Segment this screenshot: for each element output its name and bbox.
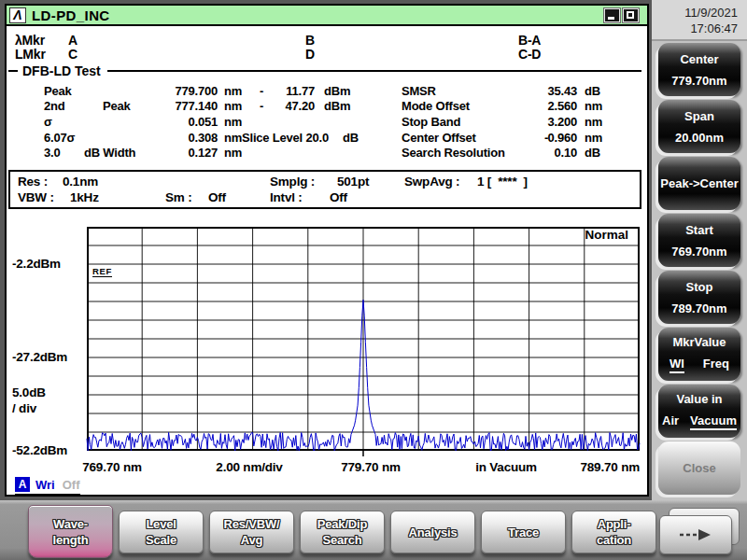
sweep-average-value: 1 [ **** ]	[477, 175, 528, 189]
datetime-display: 11/9/2021 17:06:47	[652, 0, 747, 41]
second-peak-wavelength-unit: nm	[224, 99, 242, 113]
sigma-label: σ	[44, 115, 52, 129]
level-scale-function-key[interactable]: Level Scale	[119, 511, 204, 553]
x-axis-center-label: 779.70 nm	[331, 460, 410, 474]
stop-button-label: Stop	[686, 280, 713, 294]
maximize-button[interactable]	[623, 8, 639, 22]
wavelength-function-key[interactable]: Wave- length	[28, 505, 113, 558]
trace-function-key[interactable]: Trace	[481, 511, 566, 553]
wavelength-marker-label: λMkr	[15, 33, 45, 48]
spectrum-trace-canvas	[87, 227, 640, 458]
peak-to-center-button[interactable]: Peak->Center	[658, 157, 740, 210]
stop-band-label: Stop Band	[402, 115, 460, 129]
analysis-section-separator: DFB-LD Test	[8, 63, 641, 78]
start-button-value: 769.70nm	[671, 245, 726, 259]
analysis-key-label: Analysis	[409, 525, 458, 539]
application-key-line1: Appli-	[598, 517, 631, 531]
marker-value-toggle-button[interactable]: MkrValue Wl Freq	[658, 328, 740, 381]
trace-mode-label: Normal	[567, 228, 628, 242]
sweep-average-label: SwpAvg :	[404, 175, 459, 189]
peak-level-value: 11.77	[272, 84, 315, 98]
value-in-button-label: Value in	[676, 392, 722, 406]
center-offset-value: 0.960	[515, 131, 577, 145]
more-menus-key-group	[659, 508, 740, 554]
second-peak-wavelength-value: 777.140	[115, 99, 218, 113]
close-button[interactable]: Close	[658, 441, 740, 495]
y-axis-bottom-label: -52.2dBm	[12, 443, 67, 457]
level-scale-key-line1: Level	[146, 517, 176, 531]
smsr-unit: dB	[585, 84, 600, 98]
start-button-label: Start	[685, 223, 713, 237]
level-marker-label: LMkr	[15, 47, 46, 62]
trace-off-state-label: Off	[63, 478, 80, 492]
function-key-bar: Wave- length Level Scale Res/VBW/ Avg Pe…	[0, 500, 747, 560]
sampling-value: 501pt	[337, 175, 369, 189]
vbw-label: VBW :	[18, 190, 54, 204]
marker-c-minus-d-label: C-D	[518, 47, 541, 62]
value-in-medium-toggle-button[interactable]: Value in Air Vacuum	[658, 385, 740, 438]
time-label: 17:06:47	[652, 21, 738, 36]
smsr-value: 35.43	[515, 84, 577, 98]
next-menu-page-button[interactable]	[659, 515, 732, 554]
interval-value: Off	[330, 190, 347, 204]
six-sigma-value: 0.308	[115, 131, 218, 145]
trace-a-badge: A	[15, 477, 30, 492]
application-key-line2: cation	[597, 533, 631, 547]
softkey-side-panel: 11/9/2021 17:06:47 Center 779.70nm Span …	[652, 0, 747, 500]
smoothing-label: Sm :	[165, 190, 191, 204]
trace-key-label: Trace	[508, 525, 539, 539]
second-peak-level-sign: -	[260, 99, 263, 113]
six-sigma-unit: nm	[224, 131, 242, 145]
res-vbw-key-line1: Res/VBW/	[224, 517, 280, 531]
peak-to-center-label: Peak->Center	[660, 176, 738, 190]
span-button-value: 20.00nm	[675, 131, 724, 145]
value-in-vacuum-option: Vacuum	[690, 413, 737, 430]
spectrum-plot	[87, 227, 640, 458]
db-width-unit: nm	[224, 146, 242, 160]
window-title: LD-PD_INC	[32, 7, 110, 23]
wavelength-key-line2: length	[53, 533, 89, 547]
minimize-button[interactable]	[604, 8, 620, 22]
peak-dip-search-function-key[interactable]: Peak/Dip Search	[300, 511, 385, 553]
search-resolution-unit: dB	[585, 146, 600, 160]
analysis-section-title: DFB-LD Test	[22, 63, 101, 78]
center-offset-label: Center Offset	[402, 131, 476, 145]
second-peak-label: 2nd	[44, 99, 65, 113]
marker-b-minus-a-label: B-A	[518, 33, 541, 48]
next-menu-arrow-icon	[677, 527, 714, 542]
minimize-icon	[608, 17, 614, 20]
mode-offset-unit: nm	[585, 99, 602, 113]
y-axis-scale-label: 5.0dB	[12, 385, 46, 399]
stop-wavelength-button[interactable]: Stop 789.70nm	[658, 271, 740, 324]
marker-d-label: D	[305, 47, 315, 62]
center-wavelength-button[interactable]: Center 779.70nm	[658, 43, 740, 96]
start-wavelength-button[interactable]: Start 769.70nm	[658, 214, 740, 267]
x-axis-stop-label: 789.70 nm	[578, 460, 640, 474]
analysis-function-key[interactable]: Analysis	[390, 511, 475, 553]
anritsu-logo-icon: Λ	[9, 7, 26, 23]
second-peak-level-value: 47.20	[272, 99, 315, 113]
y-axis-mid-label: -27.2dBm	[12, 350, 67, 364]
sigma-unit: nm	[224, 115, 242, 129]
window-titlebar: Λ LD-PD_INC	[7, 6, 647, 26]
measurement-window: Λ LD-PD_INC λMkr A B B-A LMkr C D C-D DF…	[5, 4, 649, 497]
wavelength-key-line1: Wave-	[53, 517, 88, 531]
res-label: Res :	[18, 175, 48, 189]
second-peak-level-unit: dBm	[324, 99, 350, 113]
mkrvalue-button-label: MkrValue	[672, 335, 726, 349]
res-vbw-avg-function-key[interactable]: Res/VBW/ Avg	[209, 511, 294, 553]
application-function-key[interactable]: Appli- cation	[571, 511, 656, 553]
y-axis-scale-unit-label: / div	[12, 401, 36, 415]
mode-offset-value: 2.560	[515, 99, 577, 113]
mode-offset-label: Mode Offset	[402, 99, 470, 113]
ref-level-marker: REF	[92, 267, 112, 277]
y-axis-ref-label: -2.2dBm	[12, 257, 61, 271]
center-offset-unit: nm	[585, 131, 602, 145]
marker-c-label: C	[68, 47, 78, 62]
peak-dip-key-line1: Peak/Dip	[317, 517, 367, 531]
span-button[interactable]: Span 20.00nm	[658, 100, 740, 153]
trace-write-mode-label: Wri	[35, 478, 55, 492]
interval-label: Intvl :	[270, 190, 303, 204]
stop-band-value: 3.200	[515, 115, 577, 129]
peak-dip-key-line2: Search	[322, 533, 361, 547]
